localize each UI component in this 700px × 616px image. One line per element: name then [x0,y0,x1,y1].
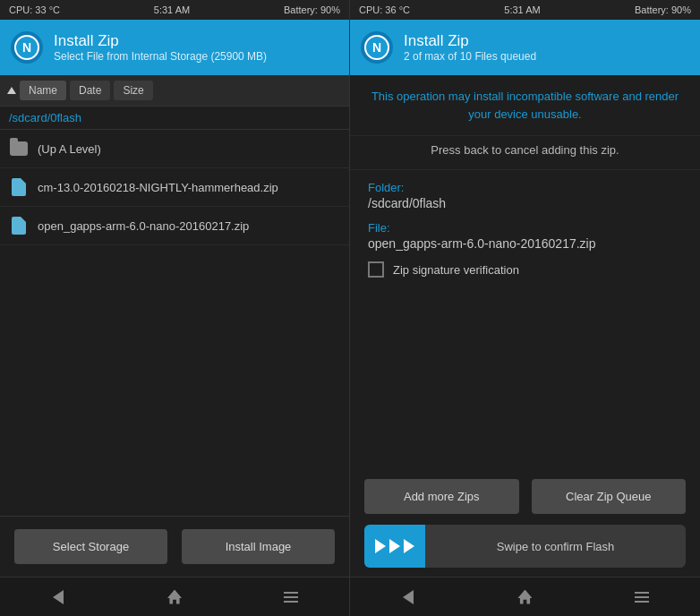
warning-text: This operation may install incompatible … [350,75,700,136]
file-name-uplevel: (Up A Level) [38,142,101,156]
current-path: /sdcard/0flash [0,107,349,130]
right-title: Install Zip [404,32,536,50]
sort-name-button[interactable]: Name [20,81,66,100]
right-cpu-temp: CPU: 36 °C [359,4,410,15]
folder-value: /sdcard/0flash [368,196,682,210]
sort-size-button[interactable]: Size [114,81,152,100]
list-item[interactable]: (Up A Level) [0,130,349,168]
file-list: (Up A Level) cm-13.0-20160218-NIGHTLY-ha… [0,130,349,516]
right-time: 5:31 AM [504,4,540,15]
right-status-bar: CPU: 36 °C 5:31 AM Battery: 90% [350,0,700,20]
left-header: N Install Zip Select File from Internal … [0,20,349,75]
right-battery: Battery: 90% [635,4,691,15]
file-name-cm: cm-13.0-20160218-NIGHTLY-hammerhead.zip [38,181,278,194]
arrow-icon-3 [404,539,414,553]
right-header: N Install Zip 2 of max of 10 Files queue… [350,20,700,75]
swipe-text: Swipe to confirm Flash [425,540,686,553]
right-logo-inner: N [364,35,389,60]
zip-sig-row[interactable]: Zip signature verification [368,261,682,278]
add-more-zips-button[interactable]: Add more Zips [364,479,519,514]
left-bottom-buttons: Select Storage Install Image [0,516,349,577]
left-nav-bar [0,577,349,616]
left-logo: N [11,31,43,64]
folder-icon [9,139,29,158]
right-menu-icon [635,592,649,603]
right-nav-bar [350,577,700,616]
install-image-button[interactable]: Install Image [182,529,335,564]
left-status-bar: CPU: 33 °C 5:31 AM Battery: 90% [0,0,349,20]
info-section: Folder: /sdcard/0flash File: open_gapps-… [350,170,700,466]
zip-sig-label: Zip signature verification [393,263,519,277]
right-home-icon [517,590,532,604]
right-action-buttons: Add more Zips Clear Zip Queue [350,466,700,521]
left-time: 5:31 AM [154,4,190,15]
sort-date-button[interactable]: Date [70,81,110,100]
sort-bar: Name Date Size [0,75,349,107]
right-logo: N [361,31,393,64]
swipe-arrows [364,525,425,568]
right-panel: CPU: 36 °C 5:31 AM Battery: 90% N Instal… [350,0,700,616]
left-header-text: Install Zip Select File from Internal St… [54,32,267,63]
list-item[interactable]: cm-13.0-20160218-NIGHTLY-hammerhead.zip [0,168,349,207]
zip-sig-checkbox[interactable] [368,261,384,278]
left-panel: CPU: 33 °C 5:31 AM Battery: 90% N Instal… [0,0,350,616]
zip-file-icon-2 [9,216,29,235]
back-icon [53,590,64,604]
right-subtitle: 2 of max of 10 Files queued [404,50,536,63]
folder-label: Folder: [368,181,682,194]
right-menu-button[interactable] [628,584,655,611]
home-button[interactable] [161,584,188,611]
arrow-icon-1 [375,539,386,553]
file-value: open_gapps-arm-6.0-nano-20160217.zip [368,236,682,251]
clear-zip-queue-button[interactable]: Clear Zip Queue [532,479,687,514]
left-battery: Battery: 90% [284,4,340,15]
select-storage-button[interactable]: Select Storage [14,529,167,564]
home-icon [167,590,182,604]
file-name-gapps: open_gapps-arm-6.0-nano-20160217.zip [38,219,249,233]
arrow-icon-2 [389,539,400,553]
right-back-icon [403,590,414,604]
menu-icon [284,592,298,603]
right-home-button[interactable] [511,584,538,611]
zip-file-icon [9,177,29,197]
menu-button[interactable] [277,584,304,611]
list-item[interactable]: open_gapps-arm-6.0-nano-20160217.zip [0,207,349,245]
left-subtitle: Select File from Internal Storage (25900… [54,50,267,63]
left-cpu-temp: CPU: 33 °C [9,4,60,15]
right-header-text: Install Zip 2 of max of 10 Files queued [404,32,536,63]
right-back-button[interactable] [395,584,422,611]
file-label: File: [368,221,682,235]
cancel-hint: Press back to cancel adding this zip. [350,136,700,170]
back-button[interactable] [45,584,72,611]
swipe-confirm-bar[interactable]: Swipe to confirm Flash [364,525,686,568]
sort-triangle-icon [7,87,16,94]
left-logo-inner: N [14,35,39,60]
left-title: Install Zip [54,32,267,50]
